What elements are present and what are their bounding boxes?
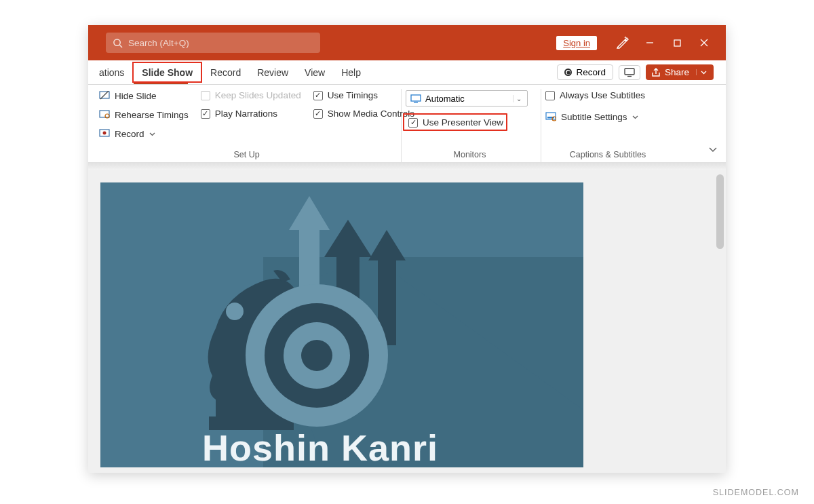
checkbox-icon	[201, 91, 210, 100]
chevron-down-icon	[708, 144, 718, 154]
play-narrations-checkbox[interactable]: Play Narrations	[201, 109, 301, 119]
chevron-down-icon[interactable]: ⌄	[513, 95, 524, 102]
signin-button[interactable]: Sign in	[556, 36, 597, 50]
subtitle-settings-dropdown[interactable]: Subtitle Settings	[545, 111, 645, 122]
maximize-button[interactable]	[663, 29, 691, 56]
slide-canvas-area[interactable]: Hoshin Kanri	[88, 170, 714, 473]
svg-line-1	[119, 45, 122, 47]
ribbon-group-captions: Always Use Subtitles Subtitle Settings C…	[541, 89, 677, 162]
scrollbar-thumb[interactable]	[716, 174, 724, 249]
ribbon-tabs: ations Slide Show Record Review View Hel…	[88, 60, 726, 85]
svg-rect-14	[411, 95, 421, 101]
rehearse-timings-button[interactable]: Rehearse Timings	[99, 109, 189, 120]
tab-view[interactable]: View	[296, 60, 333, 84]
search-placeholder: Search (Alt+Q)	[128, 38, 189, 48]
slide: Hoshin Kanri	[100, 182, 583, 467]
tab-record[interactable]: Record	[202, 60, 249, 84]
ribbon: Hide Slide Rehearse Timings Record	[88, 85, 726, 162]
hide-slide-label: Hide Slide	[115, 91, 157, 101]
chevron-down-icon	[632, 114, 638, 120]
tab-review[interactable]: Review	[249, 60, 296, 84]
presenter-icon	[624, 68, 635, 77]
group-label-setup: Set Up	[99, 148, 394, 162]
record-dot-icon	[564, 69, 572, 76]
monitor-select-value: Automatic	[425, 94, 465, 104]
target-icon	[246, 284, 388, 427]
search-input[interactable]: Search (Alt+Q)	[106, 33, 320, 53]
group-label-captions: Captions & Subtitles	[545, 148, 670, 162]
rehearse-icon	[99, 109, 110, 120]
monitor-icon	[410, 94, 421, 103]
svg-point-23	[226, 303, 244, 320]
app-window: Search (Alt+Q) Sign in ations Slide Show…	[88, 25, 726, 473]
share-icon	[651, 68, 661, 77]
close-button[interactable]	[691, 29, 718, 56]
checkbox-icon	[545, 91, 555, 100]
present-button[interactable]	[619, 65, 640, 80]
presenter-view-label: Use Presenter View	[423, 117, 503, 128]
use-timings-label: Use Timings	[328, 90, 378, 100]
keep-updated-label: Keep Slides Updated	[215, 90, 301, 100]
svg-rect-3	[674, 40, 680, 46]
hide-slide-icon	[99, 90, 110, 101]
keep-slides-updated-checkbox: Keep Slides Updated	[201, 90, 301, 100]
vertical-scrollbar[interactable]	[714, 170, 726, 473]
ribbon-collapse-button[interactable]	[708, 144, 718, 157]
subtitle-settings-label: Subtitle Settings	[561, 112, 627, 122]
workspace: Hoshin Kanri	[88, 170, 726, 473]
always-subtitles-label: Always Use Subtitles	[560, 90, 645, 100]
checkbox-icon	[313, 91, 323, 100]
tab-animations-partial[interactable]: ations	[88, 60, 132, 84]
draw-mode-icon[interactable]	[609, 29, 636, 56]
tab-slide-show[interactable]: Slide Show	[132, 62, 202, 83]
share-button[interactable]: Share	[646, 64, 714, 80]
svg-point-13	[103, 132, 106, 135]
search-icon	[113, 38, 123, 48]
chevron-down-icon	[149, 131, 155, 137]
titlebar: Search (Alt+Q) Sign in	[88, 25, 726, 60]
record-small-icon	[99, 128, 110, 139]
tab-help[interactable]: Help	[333, 60, 369, 84]
minimize-button[interactable]	[636, 29, 663, 56]
rehearse-label: Rehearse Timings	[115, 110, 189, 120]
monitor-select[interactable]: Automatic ⌄	[406, 90, 528, 106]
play-narrations-label: Play Narrations	[215, 109, 277, 119]
checkbox-icon	[408, 118, 418, 128]
chevron-down-icon[interactable]	[696, 69, 707, 75]
subtitle-icon	[545, 111, 556, 122]
hide-slide-button[interactable]: Hide Slide	[99, 90, 189, 101]
watermark: SLIDEMODEL.COM	[713, 488, 799, 497]
svg-point-0	[114, 39, 120, 45]
svg-rect-6	[625, 69, 634, 75]
checkbox-icon	[201, 109, 210, 119]
share-button-label: Share	[665, 67, 689, 77]
record-dropdown[interactable]: Record	[99, 128, 189, 139]
ribbon-shadow	[88, 162, 726, 170]
svg-line-9	[100, 91, 109, 99]
use-presenter-view-checkbox[interactable]: Use Presenter View	[408, 117, 525, 128]
always-use-subtitles-checkbox[interactable]: Always Use Subtitles	[545, 90, 645, 100]
ribbon-group-monitors: Automatic ⌄ Use Presenter View Monitors	[402, 89, 541, 162]
checkbox-icon	[313, 109, 323, 119]
record-button-label: Record	[576, 67, 606, 77]
show-media-controls-checkbox[interactable]: Show Media Controls	[313, 109, 414, 119]
record-small-label: Record	[115, 129, 144, 139]
record-button[interactable]: Record	[557, 64, 613, 80]
group-label-monitors: Monitors	[406, 148, 534, 162]
use-timings-checkbox[interactable]: Use Timings	[313, 90, 414, 100]
ribbon-group-setup: Hide Slide Rehearse Timings Record	[95, 89, 402, 162]
slide-title-text: Hoshin Kanri	[202, 427, 438, 467]
